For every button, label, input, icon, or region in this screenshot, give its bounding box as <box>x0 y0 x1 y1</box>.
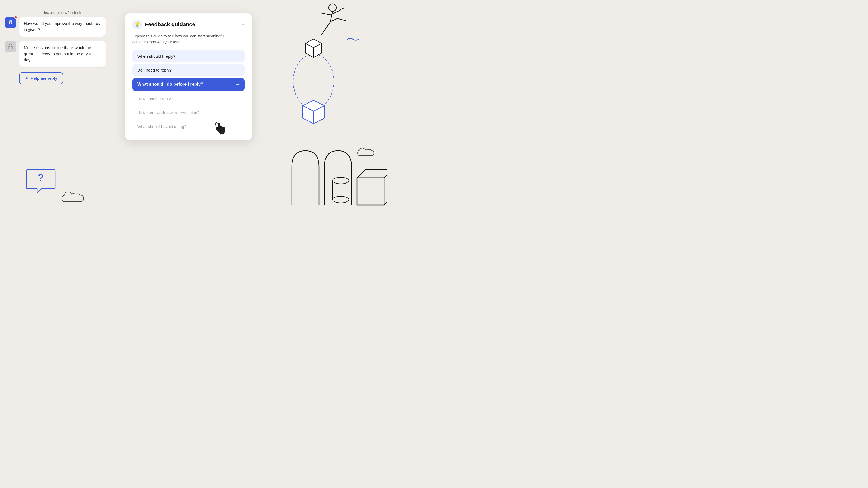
chat-row-2: More sessions for feedback would be grea… <box>5 41 119 67</box>
feedback-guidance-modal: 💡 Feedback guidance × Explore this guide… <box>125 13 252 140</box>
modal-title: Feedback guidance <box>145 22 195 28</box>
chat-bubble-2: More sessions for feedback would be grea… <box>19 41 106 67</box>
arch-illustration <box>284 124 387 216</box>
guide-items-list: When should I reply?Do I need to reply?W… <box>132 50 245 133</box>
guide-item-label-3: How should I reply? <box>137 97 173 101</box>
guide-item-label-1: Do I need to reply? <box>137 68 172 72</box>
guide-item-label-5: What should I avoid doing? <box>137 124 186 129</box>
anon-icon <box>7 43 14 50</box>
svg-rect-6 <box>357 178 384 205</box>
chat-row-1: õ How would you improve the way feedback… <box>5 17 119 37</box>
guide-item-label-2: What should I do before I reply? <box>137 82 204 87</box>
left-panel: New anonymous feedback õ How would you i… <box>5 11 119 84</box>
help-me-reply-button[interactable]: ✦ Help me reply <box>19 72 63 84</box>
svg-point-7 <box>333 177 349 184</box>
right-illustration-panel <box>248 0 395 221</box>
modal-header: 💡 Feedback guidance × <box>132 20 245 29</box>
guide-item-1[interactable]: Do I need to reply? <box>132 64 245 76</box>
guide-item-arrow-2: → <box>235 82 240 87</box>
modal-title-row: 💡 Feedback guidance <box>132 20 195 29</box>
cloud-left-illustration <box>60 190 90 206</box>
anon-label: New anonymous feedback <box>5 11 119 14</box>
svg-point-4 <box>329 4 336 11</box>
guide-item-3[interactable]: How should I reply? <box>132 93 245 105</box>
guide-item-0[interactable]: When should I reply? <box>132 50 245 62</box>
avatar-letter-1: õ <box>9 19 12 26</box>
question-bubble-illustration: ? <box>23 169 58 199</box>
notification-badge <box>14 16 18 19</box>
guide-item-label-0: When should I reply? <box>137 54 176 59</box>
modal-close-button[interactable]: × <box>241 22 245 27</box>
cube-jump-illustration <box>286 33 341 135</box>
help-btn-icon: ✦ <box>25 76 29 81</box>
modal-description: Explore this guide to see how you can st… <box>132 33 245 45</box>
svg-text:?: ? <box>38 172 44 183</box>
guide-item-label-4: How can I work toward resolution? <box>137 110 199 115</box>
svg-point-8 <box>333 196 349 203</box>
modal-lightbulb-icon: 💡 <box>132 20 142 29</box>
avatar-1: õ <box>5 17 16 28</box>
guide-item-2[interactable]: What should I do before I reply?→ <box>132 78 245 91</box>
chat-bubble-1: How would you improve the way feedback i… <box>19 17 106 37</box>
cloud-right-illustration <box>356 147 378 159</box>
guide-item-4[interactable]: How can I work toward resolution? <box>132 106 245 119</box>
avatar-anon <box>5 41 16 52</box>
